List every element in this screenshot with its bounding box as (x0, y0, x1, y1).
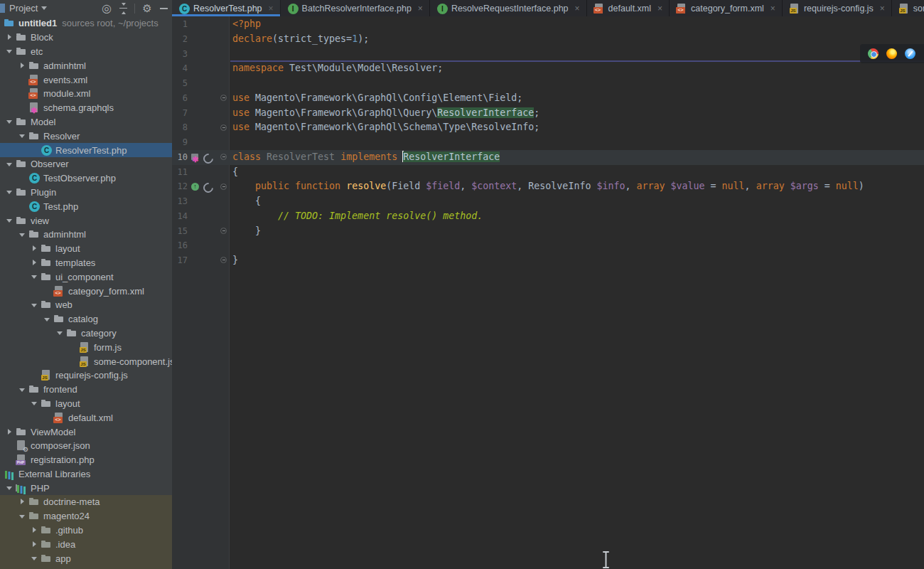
tree-item-category[interactable]: category (0, 326, 172, 341)
tab-requirejs-config-js[interactable]: requirejs-config.js× (783, 0, 892, 16)
collapse-all-icon[interactable] (119, 3, 128, 14)
line-number[interactable]: 11 (172, 165, 188, 180)
tree-item-model[interactable]: Model (0, 115, 172, 129)
collapse-arrow-icon[interactable] (5, 213, 16, 228)
line-number[interactable]: 17 (172, 253, 188, 268)
expand-arrow-icon[interactable] (18, 495, 28, 509)
tree-item-idea[interactable]: .idea (0, 537, 172, 551)
tree-item-external-libraries[interactable]: External Libraries (0, 467, 172, 482)
tree-item-block[interactable]: Block (0, 31, 172, 45)
safari-icon[interactable] (905, 48, 915, 59)
collapse-arrow-icon[interactable] (5, 481, 16, 495)
close-icon[interactable]: × (657, 4, 662, 14)
chevron-down-icon[interactable] (41, 6, 47, 13)
code-editor[interactable]: 1<?php2declare(strict_types=1);34namespa… (172, 16, 924, 569)
line-number[interactable]: 3 (172, 47, 188, 62)
tree-item-form-js[interactable]: form.js (0, 340, 172, 354)
line-number[interactable]: 7 (172, 106, 188, 121)
tree-item-templates[interactable]: templates (0, 256, 172, 270)
close-icon[interactable]: × (418, 4, 423, 14)
tree-item-resolvertest-php[interactable]: ResolverTest.php (0, 143, 172, 157)
tree-item-test-php[interactable]: Test.php (0, 199, 172, 213)
close-icon[interactable]: × (269, 4, 274, 14)
tree-item-web[interactable]: web (0, 298, 172, 312)
code-line-8[interactable]: 8use Magento\Framework\GraphQl\Schema\Ty… (172, 120, 924, 135)
fold-marker-icon[interactable] (220, 124, 227, 131)
settings-gear-icon[interactable] (141, 3, 153, 14)
line-number[interactable]: 13 (172, 194, 188, 209)
project-tree[interactable]: untitled1sources root, ~/projectsBlocket… (0, 16, 172, 569)
code-line-10[interactable]: 10class ResolverTest implements Resolver… (172, 150, 924, 165)
tab-default-xml[interactable]: default.xml× (587, 0, 670, 16)
close-icon[interactable]: × (770, 4, 775, 14)
line-number[interactable]: 12 (172, 179, 188, 194)
collapse-arrow-icon[interactable] (30, 298, 41, 312)
tree-item-resolver[interactable]: Resolver (0, 129, 172, 143)
tree-item-observer[interactable]: Observer (0, 157, 172, 171)
fold-marker-icon[interactable] (220, 228, 227, 234)
collapse-arrow-icon[interactable] (18, 129, 28, 143)
code-line-11[interactable]: 11{ (172, 165, 924, 180)
code-line-6[interactable]: 6use Magento\Framework\GraphQl\Config\El… (172, 91, 924, 106)
code-line-14[interactable]: 14 // TODO: Implement resolve() method. (172, 209, 924, 224)
tab-category-form-xml[interactable]: category_form.xml× (670, 0, 783, 16)
code-line-13[interactable]: 13 { (172, 194, 924, 209)
tree-item-testobserver-php[interactable]: TestObserver.php (0, 171, 172, 186)
tree-item-plugin[interactable]: Plugin (0, 186, 172, 200)
impl-gutter-icon[interactable] (190, 182, 200, 191)
code-line-9[interactable]: 9 (172, 135, 924, 150)
expand-arrow-icon[interactable] (30, 537, 41, 551)
tree-item-adminhtml[interactable]: adminhtml (0, 228, 172, 242)
tree-item-doctrine-meta[interactable]: doctrine-meta (0, 495, 172, 509)
tree-item-module-xml[interactable]: module.xml (0, 87, 172, 101)
tree-item-adminhtml[interactable]: adminhtml (0, 58, 172, 73)
tree-item-github[interactable]: .github (0, 523, 172, 538)
fold-marker-icon[interactable] (220, 184, 227, 190)
expand-arrow-icon[interactable] (5, 425, 16, 439)
line-number[interactable]: 15 (172, 224, 188, 239)
expand-arrow-icon[interactable] (30, 256, 41, 270)
fold-marker-icon[interactable] (220, 257, 227, 263)
fold-marker-icon[interactable] (220, 154, 227, 160)
expand-arrow-icon[interactable] (30, 523, 41, 538)
tree-item-schema-graphqls[interactable]: schema.graphqls (0, 101, 172, 115)
tree-item-registration-php[interactable]: registration.php (0, 453, 172, 467)
collapse-arrow-icon[interactable] (18, 383, 28, 397)
project-panel-title[interactable]: Project (9, 3, 38, 14)
line-number[interactable]: 2 (172, 32, 188, 47)
tree-item-layout[interactable]: layout (0, 242, 172, 256)
collapse-arrow-icon[interactable] (5, 45, 16, 59)
collapse-arrow-icon[interactable] (18, 228, 28, 242)
minimize-icon[interactable] (159, 3, 168, 14)
tree-item-frontend[interactable]: frontend (0, 383, 172, 397)
expand-arrow-icon[interactable] (5, 31, 16, 45)
code-line-17[interactable]: 17} (172, 253, 924, 268)
code-line-1[interactable]: 1<?php (172, 17, 924, 32)
tree-item-category-form-xml[interactable]: category_form.xml (0, 284, 172, 298)
code-line-15[interactable]: 15 } (172, 224, 924, 239)
line-number[interactable]: 10 (172, 150, 188, 165)
expand-arrow-icon[interactable] (18, 58, 28, 73)
tree-item-layout[interactable]: layout (0, 397, 172, 411)
tree-item-etc[interactable]: etc (0, 45, 172, 59)
tab-batchresolverinterface-php[interactable]: BatchResolverInterface.php× (281, 0, 430, 16)
line-number[interactable]: 8 (172, 120, 188, 135)
tree-item-events-xml[interactable]: events.xml (0, 73, 172, 87)
collapse-arrow-icon[interactable] (30, 270, 41, 284)
line-number[interactable]: 14 (172, 209, 188, 224)
plug-gutter-icon[interactable] (203, 153, 212, 162)
tree-item-view[interactable]: view (0, 213, 172, 228)
tree-item-composer-json[interactable]: composer.json (0, 439, 172, 453)
fold-marker-icon[interactable] (220, 95, 227, 101)
line-number[interactable]: 1 (172, 17, 188, 32)
tree-item-magento24[interactable]: magento24 (0, 509, 172, 523)
line-number[interactable]: 16 (172, 238, 188, 253)
collapse-arrow-icon[interactable] (30, 397, 41, 411)
collapse-arrow-icon[interactable] (55, 326, 66, 341)
close-icon[interactable]: × (880, 4, 885, 14)
tree-item-php[interactable]: PHP (0, 481, 172, 495)
code-line-7[interactable]: 7use Magento\Framework\GraphQl\Query\Res… (172, 106, 924, 121)
tree-item-requirejs-config-js[interactable]: requirejs-config.js (0, 368, 172, 383)
code-line-4[interactable]: 4namespace Test\Module\Model\Resolver; (172, 61, 924, 76)
code-line-5[interactable]: 5 (172, 76, 924, 91)
